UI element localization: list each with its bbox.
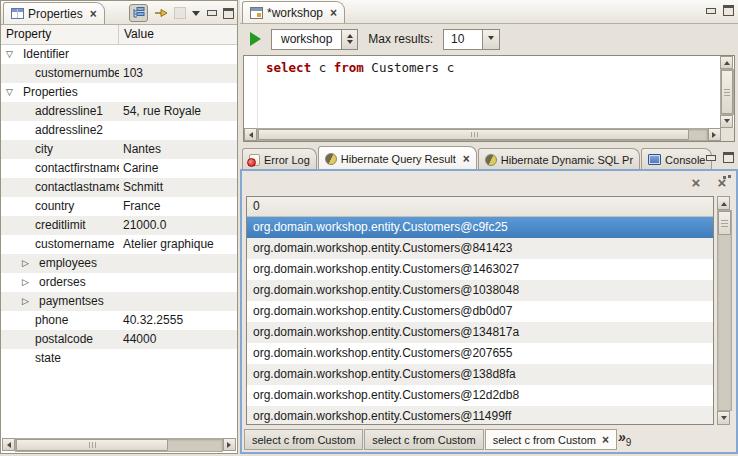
property-row[interactable]: contactfirstnameCarine [1,159,237,178]
collapsed-arrow-icon[interactable]: ▷ [22,254,34,273]
result-row[interactable]: org.domain.workshop.entity.Customers@138… [247,364,713,385]
scroll-up-icon[interactable] [720,56,733,69]
maximize-icon[interactable] [223,8,234,19]
result-row[interactable]: org.domain.workshop.entity.Customers@103… [247,280,713,301]
configuration-combo[interactable]: workshop [271,29,358,50]
hibernate-icon [325,153,337,165]
result-row[interactable]: org.domain.workshop.entity.Customers@114… [247,406,713,425]
property-row[interactable]: ▷employees [1,254,237,273]
collapsed-arrow-icon[interactable]: ▷ [22,292,34,311]
property-row[interactable]: phone40.32.2555 [1,311,237,330]
result-page-tab[interactable]: select c from Custom [244,429,363,450]
result-rows: org.domain.workshop.entity.Customers@c9f… [247,217,713,425]
property-row[interactable]: customernumber103 [1,64,237,83]
expanded-arrow-icon[interactable]: ▽ [6,83,18,102]
property-name-cell: country [1,197,119,216]
result-row[interactable]: org.domain.workshop.entity.Customers@134… [247,322,713,343]
spinner-icon[interactable] [341,30,357,49]
collapsed-arrow-icon[interactable]: ▷ [22,273,34,292]
property-name-cell: phone [1,311,119,330]
view-menu-icon[interactable] [192,11,200,20]
query-token: select [266,60,311,75]
scroll-right-icon[interactable] [223,438,236,451]
result-page-tab[interactable]: select c from Custom× [485,429,617,450]
close-icon[interactable]: × [90,8,97,20]
property-row[interactable]: creditlimit21000.0 [1,216,237,235]
property-label: postalcode [35,330,93,349]
property-label: addressline2 [35,121,103,140]
property-row[interactable]: state [1,349,237,368]
property-value: 54, rue Royale [119,102,237,121]
tab-properties[interactable]: Properties × [3,2,105,24]
show-advanced-properties-icon[interactable] [154,7,168,19]
minimize-icon[interactable] [206,8,217,18]
categories-tree-icon[interactable] [129,4,148,22]
scroll-left-icon[interactable] [244,128,257,141]
property-value [119,121,237,140]
results-column-header[interactable]: 0 [247,197,713,217]
property-row[interactable]: cityNantes [1,140,237,159]
property-row[interactable]: ▷paymentses [1,292,237,311]
close-all-pages-icon[interactable] [715,176,729,190]
scroll-thumb[interactable] [16,439,168,451]
result-page-tab[interactable]: select c from Custom [364,429,483,450]
query-editor-area[interactable]: select c from Customers c [243,55,735,142]
tree-glyph [132,7,145,19]
scroll-left-icon[interactable] [2,438,15,451]
property-row[interactable]: postalcode44000 [1,330,237,349]
arrow-up-glyph [724,58,730,65]
property-value [119,292,237,311]
close-page-icon[interactable] [689,176,703,190]
scroll-thumb[interactable] [721,70,733,114]
run-hql-icon[interactable] [250,32,261,46]
result-row[interactable]: org.domain.workshop.entity.Customers@146… [247,259,713,280]
column-header-property[interactable]: Property [1,25,119,44]
scroll-right-icon[interactable] [708,128,721,141]
tab-hibernate-query-result[interactable]: Hibernate Query Result× [318,146,477,170]
property-row[interactable]: contactlastnameSchmitt [1,178,237,197]
property-value [119,45,237,64]
property-name-cell: postalcode [1,330,119,349]
result-row[interactable]: org.domain.workshop.entity.Customers@db0… [247,301,713,322]
scroll-down-icon[interactable] [717,411,730,425]
property-row[interactable]: customernameAtelier graphique [1,235,237,254]
scroll-down-icon[interactable] [720,115,733,128]
property-name-cell: ▷employees [1,254,119,273]
editor-gutter [244,56,258,128]
max-results-field[interactable]: 10 [443,29,483,50]
property-row[interactable]: ▽Identifier [1,45,237,64]
scroll-up-icon[interactable] [717,196,730,210]
dropdown-icon[interactable] [482,29,500,50]
property-row[interactable]: ▽Properties [1,83,237,102]
property-label: addressline1 [35,102,103,121]
tab-error-log[interactable]: Error Log [242,148,317,170]
close-icon[interactable]: × [463,153,470,165]
close-icon[interactable]: × [602,434,609,446]
editor-toolbar: workshop Max results: 10 [240,24,738,54]
tab-overflow-chevron[interactable]: » 9 [618,430,631,448]
scroll-track [717,210,732,411]
column-header-value[interactable]: Value [119,25,237,44]
property-row[interactable]: addressline154, rue Royale [1,102,237,121]
scroll-thumb[interactable] [258,129,689,140]
restore-default-value-icon[interactable] [174,7,186,19]
property-row[interactable]: ▷orderses [1,273,237,292]
tab-console[interactable]: Console [641,148,712,170]
property-row[interactable]: countryFrance [1,197,237,216]
tab-workshop-editor[interactable]: *workshop × [242,1,345,23]
property-label: contactlastname [35,178,119,197]
expanded-arrow-icon[interactable]: ▽ [6,45,18,64]
maximize-icon[interactable] [723,152,734,163]
result-row[interactable]: org.domain.workshop.entity.Customers@207… [247,343,713,364]
property-row[interactable]: addressline2 [1,121,237,140]
maximize-icon[interactable] [723,5,734,16]
scroll-thumb[interactable] [718,211,731,235]
editor-query-line[interactable]: select c from Customers c [266,60,454,75]
close-icon[interactable]: × [330,7,337,19]
result-row[interactable]: org.domain.workshop.entity.Customers@c9f… [247,217,713,238]
minimize-icon[interactable] [705,153,716,163]
result-row[interactable]: org.domain.workshop.entity.Customers@841… [247,238,713,259]
tab-hibernate-dynamic-sql-pr[interactable]: Hibernate Dynamic SQL Pr [478,148,640,170]
minimize-icon[interactable] [705,6,716,16]
result-row[interactable]: org.domain.workshop.entity.Customers@12d… [247,385,713,406]
